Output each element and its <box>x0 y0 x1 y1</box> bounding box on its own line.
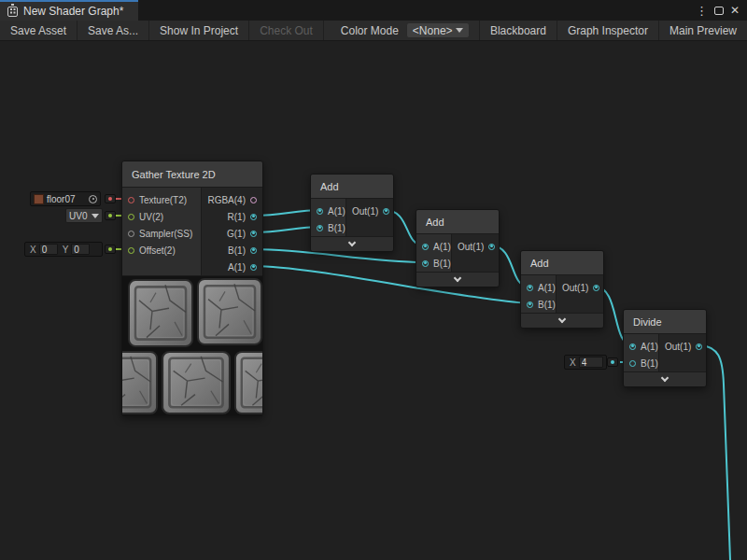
port-label: Sampler(SS) <box>139 229 192 239</box>
port-b[interactable] <box>527 301 533 308</box>
port-a[interactable] <box>629 343 636 350</box>
divide-b-field: X <box>564 355 607 370</box>
offset-connector-stub[interactable] <box>105 245 116 254</box>
node-title[interactable]: Add <box>311 175 393 199</box>
collapse-button[interactable] <box>624 371 706 386</box>
port-b[interactable] <box>422 260 429 267</box>
texture-field[interactable]: floor07 <box>30 191 101 206</box>
offset-vector2-field: X Y <box>24 242 103 257</box>
port-label: Offset(2) <box>139 245 176 256</box>
uv-connector-stub[interactable] <box>105 211 116 220</box>
port-rgba[interactable] <box>250 197 257 203</box>
object-picker-icon[interactable] <box>89 195 97 203</box>
offset-y-input[interactable] <box>71 244 90 255</box>
chevron-down-icon <box>454 274 461 282</box>
check-out-button: Check Out <box>249 21 324 40</box>
chevron-down-icon <box>456 28 463 33</box>
tab-shader-graph[interactable]: New Shader Graph* <box>0 0 138 21</box>
node-title[interactable]: Add <box>416 210 499 234</box>
blackboard-button[interactable]: Blackboard <box>479 21 557 40</box>
collapse-button[interactable] <box>416 272 499 287</box>
show-in-project-button[interactable]: Show In Project <box>149 21 249 40</box>
port-r[interactable] <box>250 214 257 220</box>
chevron-down-icon <box>661 374 669 382</box>
port-b[interactable] <box>250 247 257 254</box>
main-preview-button[interactable]: Main Preview <box>658 21 747 40</box>
node-divide[interactable]: Divide A(1) B(1) Out(1) <box>623 309 707 387</box>
port-label: Out(1) <box>352 206 378 217</box>
port-label: UV(2) <box>139 212 163 222</box>
vector2-dot-icon <box>108 214 112 217</box>
texture-connector-stub[interactable] <box>105 194 116 203</box>
offset-x-label: X <box>28 245 36 255</box>
port-out[interactable] <box>488 244 495 250</box>
port-out[interactable] <box>593 285 599 291</box>
port-a[interactable] <box>422 244 429 250</box>
port-label: A(1) <box>328 206 345 217</box>
color-mode-label: Color Mode <box>324 21 406 40</box>
texture-dot-icon <box>108 197 112 201</box>
color-mode-value: <None> <box>413 24 453 37</box>
graph-edges <box>0 0 747 560</box>
port-label: B(1) <box>228 245 246 256</box>
port-label: Out(1) <box>665 342 691 352</box>
input-ports: Texture(T2) UV(2) Sampler(SS) Offset(2) <box>122 188 202 275</box>
offset-y-label: Y <box>61 245 69 255</box>
collapse-button[interactable] <box>521 313 603 328</box>
uv-channel-dropdown[interactable]: UV0 <box>65 208 103 223</box>
node-title[interactable]: Gather Texture 2D <box>122 161 262 188</box>
port-b[interactable] <box>629 360 636 367</box>
port-label: A(1) <box>433 242 451 252</box>
node-gather-texture-2d[interactable]: Gather Texture 2D Texture(T2) UV(2) Samp… <box>121 161 263 416</box>
port-uv[interactable] <box>128 214 134 220</box>
color-mode-dropdown[interactable]: <None> <box>406 22 470 38</box>
texture-preview <box>122 275 262 415</box>
port-texture[interactable] <box>128 197 134 203</box>
port-label: B(1) <box>328 223 345 233</box>
node-title[interactable]: Add <box>521 251 603 275</box>
port-label: R(1) <box>228 212 246 222</box>
chevron-down-icon <box>348 239 356 246</box>
port-a[interactable] <box>250 264 257 271</box>
port-label: B(1) <box>641 358 658 369</box>
port-label: G(1) <box>227 229 246 239</box>
port-g[interactable] <box>250 231 257 237</box>
port-label: Out(1) <box>458 242 484 252</box>
port-label: A(1) <box>538 283 556 293</box>
maximize-icon[interactable] <box>714 7 724 15</box>
port-label: Out(1) <box>562 283 588 293</box>
port-out[interactable] <box>696 343 702 350</box>
port-label: A(1) <box>641 342 658 352</box>
port-label: B(1) <box>538 300 556 310</box>
port-a[interactable] <box>317 208 323 215</box>
port-label: Texture(T2) <box>139 195 187 205</box>
graph-inspector-button[interactable]: Graph Inspector <box>557 21 658 40</box>
close-icon[interactable]: ✕ <box>730 5 740 16</box>
collapse-button[interactable] <box>311 236 393 251</box>
port-label: A(1) <box>228 262 246 273</box>
save-as-button[interactable]: Save As... <box>78 21 149 40</box>
port-b[interactable] <box>317 225 323 231</box>
vector2-dot-icon <box>108 247 112 251</box>
node-add-2[interactable]: Add A(1) B(1) Out(1) <box>416 209 500 287</box>
uv-channel-value: UV0 <box>69 211 87 221</box>
tab-title: New Shader Graph* <box>23 5 123 18</box>
texture-thumbnail <box>34 194 44 204</box>
divide-b-connector-stub[interactable] <box>607 357 618 367</box>
shader-graph-icon <box>7 7 18 17</box>
shader-graph-toolbar: Save Asset Save As... Show In Project Ch… <box>0 21 747 41</box>
node-add-1[interactable]: Add A(1) B(1) Out(1) <box>310 174 394 252</box>
port-offset[interactable] <box>128 247 134 254</box>
output-ports: RGBA(4) R(1) G(1) B(1) A(1) <box>202 188 262 275</box>
kebab-menu-icon[interactable]: ⋮ <box>696 5 708 17</box>
texture-name: floor07 <box>47 194 76 204</box>
divide-b-input[interactable] <box>579 357 603 368</box>
save-asset-button[interactable]: Save Asset <box>0 21 78 40</box>
port-a[interactable] <box>527 285 533 291</box>
port-sampler[interactable] <box>128 231 134 237</box>
offset-x-input[interactable] <box>39 244 58 255</box>
node-add-3[interactable]: Add A(1) B(1) Out(1) <box>520 250 604 329</box>
port-label: RGBA(4) <box>207 195 246 205</box>
port-out[interactable] <box>383 208 389 215</box>
node-title[interactable]: Divide <box>624 310 706 334</box>
